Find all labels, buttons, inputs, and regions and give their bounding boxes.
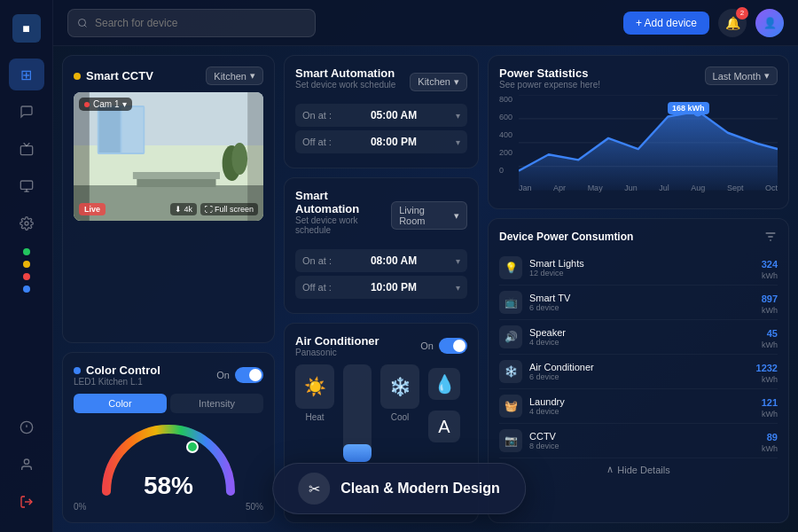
left-column: Smart CCTV Kitchen ▾ [62, 55, 275, 523]
svg-point-4 [25, 222, 28, 225]
overlay-text: Clean & Modern Design [340, 481, 500, 497]
automation-living-location[interactable]: Living Room ▾ [391, 201, 467, 230]
sidebar-item-message[interactable] [9, 411, 44, 443]
filter-icon[interactable] [763, 230, 778, 244]
dot-red [23, 273, 30, 280]
svg-point-10 [79, 19, 86, 26]
device-icon-0: 💡 [499, 256, 522, 279]
power-stats-card: Power Statistics See power expense here!… [488, 55, 789, 209]
chart-svg [519, 95, 778, 192]
chart-tooltip: 168 kWh [668, 102, 709, 114]
automation-kitchen-subtitle: Set device work schedule [295, 80, 395, 90]
overlay-icon: ✂ [298, 473, 330, 505]
device-row: 📺 Smart TV 6 device 897 kWh [499, 286, 778, 320]
sidebar-item-monitor[interactable] [9, 170, 44, 202]
dot-green [23, 248, 30, 255]
color-toggle[interactable] [235, 367, 263, 383]
cctv-scene [74, 92, 263, 221]
ac-heat-icon[interactable]: ☀️ [295, 364, 334, 409]
device-name-4: Laundry [529, 396, 755, 407]
color-header: Color Control LED1 Kitchen L.1 On [74, 364, 263, 387]
resolution-button[interactable]: ⬇4k [170, 203, 197, 215]
automation-living-off-time[interactable]: Off at : 10:00 PM ▾ [295, 276, 467, 299]
ac-cool-icon[interactable]: ❄️ [380, 364, 419, 409]
bottom-overlay: ✂ Clean & Modern Design [272, 463, 526, 514]
device-power-0: 324 kWh [762, 255, 778, 280]
sidebar-item-settings[interactable] [9, 207, 44, 239]
svg-rect-1 [20, 181, 32, 189]
chart-x-labels: Jan Apr May Jun Jul Aug Sept Oct [519, 184, 778, 192]
add-device-button[interactable]: + Add device [623, 12, 709, 35]
sidebar-item-profile[interactable] [9, 449, 44, 481]
device-power-2: 45 kWh [762, 325, 778, 349]
device-icon-5: 📷 [499, 429, 522, 452]
automation-kitchen-title: Smart Automation [295, 66, 395, 80]
sidebar-logo: ■ [12, 14, 41, 43]
hide-details-button[interactable]: ∧ Hide Details [499, 458, 778, 475]
device-count-1: 6 device [529, 303, 755, 312]
ac-right-icons: 💧 A [428, 364, 460, 442]
automation-living-card: Smart Automation Set device work schedul… [284, 177, 479, 314]
cam-label[interactable]: Cam 1 ▾ [79, 98, 132, 111]
ac-header: Air Conditioner Panasonic On [295, 334, 467, 357]
ac-toggle[interactable] [439, 338, 467, 354]
device-count-4: 4 device [529, 407, 755, 416]
power-period-dropdown[interactable]: Last Month ▾ [705, 66, 778, 85]
device-count-3: 6 device [529, 372, 749, 381]
color-title: Color Control [86, 364, 160, 377]
cctv-title-row: Smart CCTV [74, 69, 153, 82]
tab-intensity[interactable]: Intensity [170, 394, 263, 413]
ac-temp-fill [343, 444, 372, 462]
gauge-value: 58% [144, 472, 193, 500]
device-rows: 💡 Smart Lights 12 device 324 kWh 📺 Smart… [499, 251, 778, 458]
automation-kitchen-off-time[interactable]: Off at : 08:00 PM ▾ [295, 130, 467, 153]
automation-living-on-time[interactable]: On at : 08:00 AM ▾ [295, 249, 467, 272]
middle-column: Smart Automation Set device work schedul… [284, 55, 479, 523]
rec-indicator [84, 102, 90, 107]
fullscreen-button[interactable]: ⛶Full screen [200, 203, 258, 215]
device-row: 🔊 Speaker 4 device 45 kWh [499, 320, 778, 355]
device-info-5: CCTV 8 device [529, 431, 755, 450]
right-column: Power Statistics See power expense here!… [488, 55, 789, 523]
sidebar-item-logout[interactable] [9, 486, 44, 518]
svg-rect-16 [121, 107, 143, 153]
search-bar[interactable] [67, 9, 316, 37]
automation-living-title: Smart Automation [295, 189, 391, 215]
svg-line-11 [84, 25, 86, 27]
ac-temp-bar [343, 364, 372, 462]
device-info-3: Air Conditioner 6 device [529, 362, 749, 381]
dot-blue [23, 286, 30, 293]
gauge-labels: 0% 50% [74, 502, 263, 512]
svg-point-21 [231, 143, 247, 175]
sidebar-item-tv[interactable] [9, 133, 44, 165]
device-list-title: Device Power Consumtion [499, 231, 633, 243]
main-area: + Add device 🔔 2 👤 Smart CCTV Kitch [53, 0, 798, 532]
notification-badge: 2 [736, 7, 748, 20]
ac-heat-mode: ☀️ Heat [295, 364, 334, 422]
cctv-card: Smart CCTV Kitchen ▾ [62, 55, 275, 343]
ac-fan-icon[interactable]: A [428, 411, 460, 442]
automation-kitchen-location[interactable]: Kitchen ▾ [410, 73, 467, 91]
search-icon [77, 18, 88, 28]
device-info-2: Speaker 4 device [529, 327, 755, 347]
search-input[interactable] [95, 17, 306, 29]
sidebar-item-grid[interactable]: ⊞ [9, 59, 44, 90]
automation-kitchen-on-time[interactable]: On at : 05:00 AM ▾ [295, 104, 467, 127]
device-info-4: Laundry 4 device [529, 396, 755, 416]
cctv-controls: Live ⬇4k ⛶Full screen [79, 203, 258, 215]
power-title: Power Statistics [499, 66, 600, 80]
sidebar-item-chat[interactable] [9, 96, 44, 128]
automation-living-header: Smart Automation Set device work schedul… [295, 189, 467, 242]
power-chart: 800 600 400 200 0 [499, 95, 778, 192]
notification-button[interactable]: 🔔 2 [718, 9, 747, 37]
color-gauge: 58% [74, 420, 263, 500]
color-status-dot [74, 367, 81, 374]
device-count-2: 4 device [529, 338, 755, 347]
power-header: Power Statistics See power expense here!… [499, 66, 778, 90]
ac-droplet-icon[interactable]: 💧 [428, 368, 460, 400]
tab-color[interactable]: Color [74, 394, 167, 413]
device-power-1: 897 kWh [762, 290, 778, 315]
cctv-location-dropdown[interactable]: Kitchen ▾ [206, 66, 263, 85]
dot-yellow [23, 261, 30, 268]
live-badge: Live [79, 203, 106, 215]
